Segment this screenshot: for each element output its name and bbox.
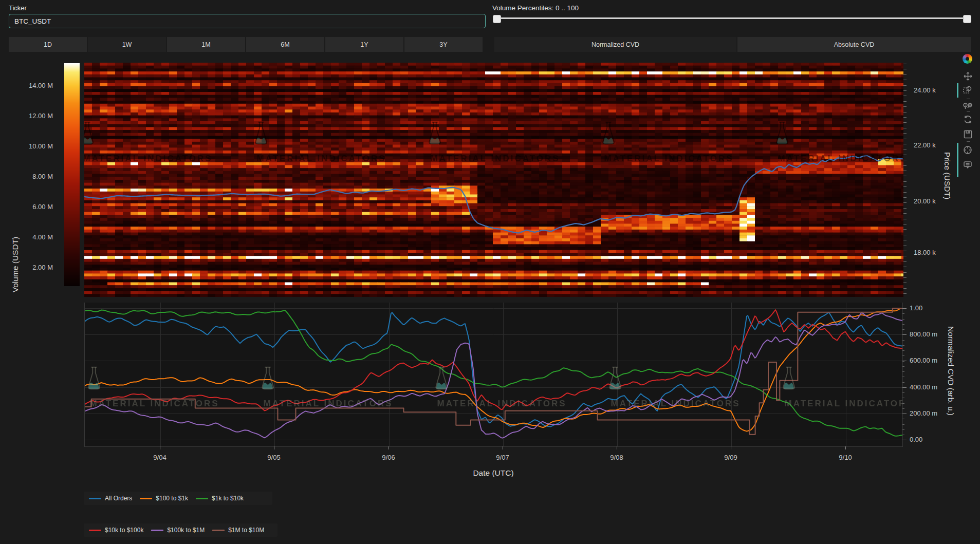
date-label-907: 9/07 [487,454,518,462]
1k-10k-swatch [196,498,208,499]
legend-item-100k-1m[interactable]: $100k to $1M [151,527,205,534]
slider-handle-high[interactable] [963,15,971,23]
cvd-tick-200m: 200.00 m [910,409,937,418]
reset-axes-icon[interactable] [962,114,973,125]
colorbar-tick-2m: 2.00 M [15,264,53,272]
legend-label: $100k to $1M [167,527,205,534]
modebar-separator [967,111,970,112]
price-axis-title: Price (USDT) [942,152,952,199]
colorbar-tick-10m: 10.00 M [15,142,53,151]
crosshair-spikes-icon[interactable] [962,144,973,156]
date-label-904: 9/04 [144,454,175,462]
100-1k-swatch [140,498,152,499]
x-tick [731,446,731,449]
cvd-tick-100: 1.00 [910,304,922,312]
absolute-cvd-button[interactable]: Absolute CVD [737,37,971,52]
timeframe-button-1y[interactable]: 1Y [325,37,403,52]
legend-item-all-orders[interactable]: All Orders [89,495,132,502]
price-axis-ticks [903,64,907,296]
legend-label: $1M to $10M [228,527,264,534]
plotly-logo-icon[interactable] [963,54,972,64]
legend-label: $1k to $10k [212,495,244,502]
x-tick [389,446,389,449]
modebar-separator [967,99,970,99]
date-axis-title: Date (UTC) [473,468,513,478]
colorbar-tick-6m: 6.00 M [15,203,53,211]
cvd-tick-600m: 600.00 m [910,357,937,365]
ticker-input[interactable] [9,14,486,28]
colorbar-tick-12m: 12.00 M [15,112,53,120]
pan-icon[interactable] [962,70,973,82]
date-label-910: 9/10 [830,454,861,462]
x-tick [845,446,846,449]
volume-colorbar [64,63,80,286]
hover-tooltip-icon[interactable] [962,159,973,171]
legend-item-1m-10m[interactable]: $1M to $10M [212,527,264,534]
colorbar-tick-14m: 14.00 M [15,82,53,90]
timeframe-button-1d[interactable]: 1D [9,37,87,52]
price-tick-22k: 22.00 k [914,141,936,149]
save-icon[interactable] [962,128,973,140]
date-label-909: 9/09 [715,454,746,462]
cvd-tick-800m: 800.00 m [910,330,937,339]
all-orders-swatch [89,498,101,499]
timeframe-button-6m[interactable]: 6M [246,37,324,52]
cvd-plot-area[interactable]: MATERIAL INDICATORS MATERIAL INDICATORS … [84,303,903,447]
x-tick [617,446,617,449]
slider-handle-low[interactable] [493,15,501,23]
100k-1m-swatch [151,530,163,531]
heatmap-plot-area[interactable]: MATERIAL INDICATORS MATERIAL INDICATORS … [84,63,903,297]
cvd-axis-major-ticks [902,308,907,441]
10k-100k-swatch [89,530,101,531]
timeframe-button-3y[interactable]: 3Y [404,37,483,52]
legend-item-10k-100k[interactable]: $10k to $100k [89,527,143,534]
legend-row-2: $10k to $100k $100k to $1M $1M to $10M [84,523,278,537]
normalized-cvd-button[interactable]: Normalized CVD [494,37,736,52]
x-tick [503,446,503,449]
cvd-canvas[interactable] [85,303,902,446]
1m-10m-swatch [212,530,225,531]
legend-item-1k-10k[interactable]: $1k to $10k [196,495,244,502]
box-zoom-icon[interactable] [962,84,973,96]
volume-percentiles-slider-track[interactable] [494,17,970,19]
volume-percentiles-label: Volume Percentiles: 0 .. 100 [492,4,579,12]
cvd-tick-400m: 400.00 m [910,383,937,391]
firecharts-app: Ticker Volume Percentiles: 0 .. 100 1D 1… [0,0,980,544]
legend-label: All Orders [105,495,132,502]
colorbar-tick-4m: 4.00 M [15,233,53,241]
legend-item-100-1k[interactable]: $100 to $1k [140,495,188,502]
timeframe-button-1w[interactable]: 1W [88,37,166,52]
x-tick [274,446,274,449]
zoom-in-out-icon[interactable] [962,100,973,111]
date-label-905: 9/05 [258,454,289,462]
price-tick-24k: 24.00 k [914,86,936,95]
volume-axis-title: Volume (USDT) [11,237,20,293]
cvd-axis-title: Normalized CVD (arb. u.) [946,326,955,416]
ticker-label: Ticker [9,4,27,12]
colorbar-tick-8m: 8.00 M [15,173,53,181]
legend-label: $10k to $100k [105,527,143,534]
timeframe-button-1m[interactable]: 1M [167,37,245,52]
date-label-906: 9/06 [373,454,404,462]
heatmap-canvas[interactable] [84,63,903,297]
date-label-908: 9/08 [601,454,632,462]
active-toggle-indicator [957,143,958,177]
price-tick-20k: 20.00 k [914,197,936,205]
active-tool-indicator [957,83,958,98]
legend-label: $100 to $1k [156,495,188,502]
cvd-tick-0: 0.00 [910,436,922,444]
x-tick [160,446,160,449]
legend-row-1: All Orders $100 to $1k $1k to $10k [84,492,272,505]
price-tick-18k: 18.00 k [914,249,936,257]
modebar-separator [967,141,970,142]
